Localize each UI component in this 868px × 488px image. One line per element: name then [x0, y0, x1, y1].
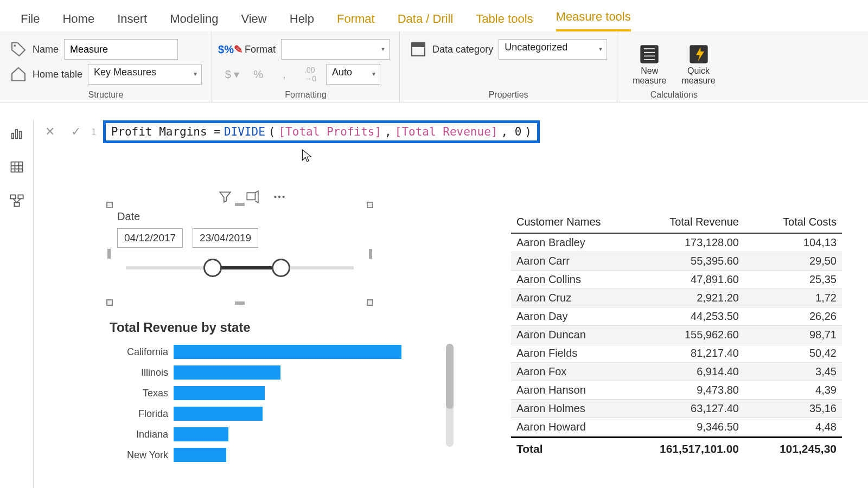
tab-modeling[interactable]: Modeling: [170, 12, 218, 31]
currency-button[interactable]: $ ▾: [222, 64, 242, 85]
quick-measure-label: Quick measure: [681, 66, 715, 86]
svg-point-0: [14, 44, 16, 47]
home-icon: [10, 66, 27, 83]
name-label: Name: [33, 44, 59, 55]
tab-view[interactable]: View: [241, 12, 266, 31]
tab-measure-tools[interactable]: Measure tools: [556, 10, 631, 31]
group-structure: Name Home table Key Measures Structure: [0, 31, 212, 102]
measure-name-input[interactable]: [64, 39, 178, 60]
group-formatting: $%✎ Format $ ▾ % , .00→0 Auto Formatting: [212, 31, 400, 102]
thousands-sep-button[interactable]: ,: [274, 64, 295, 85]
ribbon: Name Home table Key Measures Structure $…: [0, 31, 868, 102]
data-category-icon: [410, 41, 427, 58]
group-label-properties: Properties: [410, 90, 607, 100]
format-label: Format: [245, 44, 276, 55]
ribbon-tabs: File Home Insert Modeling View Help Form…: [0, 0, 868, 31]
svg-rect-2: [412, 43, 425, 47]
tag-icon: [10, 41, 27, 58]
new-measure-label: New measure: [633, 66, 666, 86]
tab-insert[interactable]: Insert: [117, 12, 147, 31]
tab-table-tools[interactable]: Table tools: [476, 12, 533, 31]
group-properties: Data category Uncategorized Properties: [400, 31, 617, 102]
quick-measure-button[interactable]: Quick measure: [676, 41, 720, 88]
group-label-formatting: Formatting: [222, 90, 390, 100]
home-table-label: Home table: [33, 69, 82, 80]
format-dropdown[interactable]: [281, 39, 390, 60]
group-label-structure: Structure: [10, 90, 202, 100]
new-measure-button[interactable]: New measure: [627, 41, 672, 88]
group-calculations: New measure Quick measure Calculations: [617, 31, 731, 102]
tab-help[interactable]: Help: [290, 12, 314, 31]
home-table-dropdown[interactable]: Key Measures: [88, 64, 202, 85]
tab-file[interactable]: File: [21, 12, 40, 31]
tab-data-drill[interactable]: Data / Drill: [398, 12, 454, 31]
data-category-label: Data category: [432, 44, 493, 55]
format-dollar-percent-icon: $%✎: [222, 41, 239, 58]
tab-home[interactable]: Home: [62, 12, 94, 31]
group-label-calculations: Calculations: [627, 90, 721, 100]
decimals-stepper[interactable]: Auto: [326, 64, 380, 85]
data-category-dropdown[interactable]: Uncategorized: [499, 39, 607, 60]
percent-button[interactable]: %: [248, 64, 269, 85]
tab-format[interactable]: Format: [337, 12, 375, 31]
decimals-icon: .00→0: [300, 64, 321, 85]
svg-rect-3: [641, 45, 659, 63]
